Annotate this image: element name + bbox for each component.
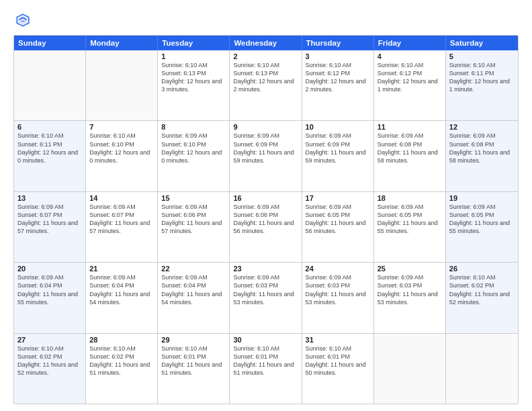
calendar-cell-18: 18Sunrise: 6:09 AM Sunset: 6:05 PM Dayli… (374, 192, 446, 262)
logo-icon (13, 11, 32, 30)
calendar-cell-19: 19Sunrise: 6:09 AM Sunset: 6:05 PM Dayli… (446, 192, 518, 262)
calendar-row-4: 27Sunrise: 6:10 AM Sunset: 6:02 PM Dayli… (14, 333, 518, 404)
header-day-friday: Friday (374, 36, 446, 50)
day-number: 19 (449, 194, 515, 202)
day-number: 21 (89, 265, 154, 273)
day-number: 28 (89, 336, 154, 344)
calendar-cell-14: 14Sunrise: 6:09 AM Sunset: 6:07 PM Dayli… (86, 192, 158, 262)
calendar-cell-23: 23Sunrise: 6:09 AM Sunset: 6:03 PM Dayli… (230, 263, 302, 332)
cell-detail: Sunrise: 6:09 AM Sunset: 6:03 PM Dayligh… (378, 273, 442, 306)
calendar-row-0: 1Sunrise: 6:10 AM Sunset: 6:13 PM Daylig… (14, 50, 518, 120)
calendar-cell-empty (14, 50, 86, 120)
cell-detail: Sunrise: 6:09 AM Sunset: 6:07 PM Dayligh… (89, 203, 154, 236)
calendar: SundayMondayTuesdayWednesdayThursdayFrid… (13, 35, 519, 404)
day-number: 30 (233, 336, 298, 344)
cell-detail: Sunrise: 6:09 AM Sunset: 6:07 PM Dayligh… (17, 203, 82, 236)
cell-detail: Sunrise: 6:09 AM Sunset: 6:05 PM Dayligh… (306, 203, 370, 236)
calendar-cell-5: 5Sunrise: 6:10 AM Sunset: 6:11 PM Daylig… (446, 50, 518, 120)
calendar-cell-15: 15Sunrise: 6:09 AM Sunset: 6:06 PM Dayli… (158, 192, 230, 262)
cell-detail: Sunrise: 6:10 AM Sunset: 6:01 PM Dayligh… (161, 345, 226, 377)
calendar-cell-27: 27Sunrise: 6:10 AM Sunset: 6:02 PM Dayli… (14, 334, 86, 404)
day-number: 9 (233, 123, 298, 131)
calendar-header: SundayMondayTuesdayWednesdayThursdayFrid… (14, 36, 518, 50)
day-number: 17 (306, 194, 370, 202)
header (13, 11, 519, 30)
day-number: 24 (306, 265, 370, 273)
logo (13, 11, 35, 30)
calendar-cell-9: 9Sunrise: 6:09 AM Sunset: 6:09 PM Daylig… (230, 121, 302, 191)
cell-detail: Sunrise: 6:10 AM Sunset: 6:02 PM Dayligh… (449, 273, 515, 306)
cell-detail: Sunrise: 6:09 AM Sunset: 6:04 PM Dayligh… (17, 273, 82, 306)
day-number: 8 (161, 123, 226, 131)
calendar-row-3: 20Sunrise: 6:09 AM Sunset: 6:04 PM Dayli… (14, 262, 518, 332)
cell-detail: Sunrise: 6:09 AM Sunset: 6:06 PM Dayligh… (161, 203, 226, 236)
cell-detail: Sunrise: 6:09 AM Sunset: 6:04 PM Dayligh… (161, 273, 226, 306)
calendar-cell-empty (446, 334, 518, 404)
calendar-cell-3: 3Sunrise: 6:10 AM Sunset: 6:12 PM Daylig… (302, 50, 374, 120)
cell-detail: Sunrise: 6:10 AM Sunset: 6:13 PM Dayligh… (233, 61, 298, 94)
cell-detail: Sunrise: 6:09 AM Sunset: 6:04 PM Dayligh… (89, 273, 154, 306)
calendar-cell-30: 30Sunrise: 6:10 AM Sunset: 6:01 PM Dayli… (230, 334, 302, 404)
header-day-thursday: Thursday (302, 36, 374, 50)
day-number: 12 (449, 123, 515, 131)
cell-detail: Sunrise: 6:10 AM Sunset: 6:10 PM Dayligh… (89, 132, 154, 165)
day-number: 14 (89, 194, 154, 202)
day-number: 3 (306, 52, 370, 60)
calendar-cell-16: 16Sunrise: 6:09 AM Sunset: 6:06 PM Dayli… (230, 192, 302, 262)
cell-detail: Sunrise: 6:09 AM Sunset: 6:08 PM Dayligh… (378, 132, 442, 165)
cell-detail: Sunrise: 6:09 AM Sunset: 6:09 PM Dayligh… (233, 132, 298, 165)
cell-detail: Sunrise: 6:10 AM Sunset: 6:11 PM Dayligh… (449, 61, 515, 94)
calendar-cell-29: 29Sunrise: 6:10 AM Sunset: 6:01 PM Dayli… (158, 334, 230, 404)
cell-detail: Sunrise: 6:10 AM Sunset: 6:01 PM Dayligh… (306, 345, 370, 377)
day-number: 11 (378, 123, 442, 131)
header-day-sunday: Sunday (14, 36, 86, 50)
calendar-cell-17: 17Sunrise: 6:09 AM Sunset: 6:05 PM Dayli… (302, 192, 374, 262)
day-number: 10 (306, 123, 370, 131)
day-number: 16 (233, 194, 298, 202)
calendar-cell-20: 20Sunrise: 6:09 AM Sunset: 6:04 PM Dayli… (14, 263, 86, 332)
calendar-cell-empty (374, 334, 446, 404)
calendar-cell-10: 10Sunrise: 6:09 AM Sunset: 6:09 PM Dayli… (302, 121, 374, 191)
cell-detail: Sunrise: 6:09 AM Sunset: 6:08 PM Dayligh… (449, 132, 515, 165)
cell-detail: Sunrise: 6:10 AM Sunset: 6:12 PM Dayligh… (378, 61, 442, 94)
header-day-tuesday: Tuesday (158, 36, 230, 50)
calendar-cell-11: 11Sunrise: 6:09 AM Sunset: 6:08 PM Dayli… (374, 121, 446, 191)
day-number: 7 (89, 123, 154, 131)
day-number: 2 (233, 52, 298, 60)
calendar-cell-2: 2Sunrise: 6:10 AM Sunset: 6:13 PM Daylig… (230, 50, 302, 120)
day-number: 22 (161, 265, 226, 273)
day-number: 29 (161, 336, 226, 344)
day-number: 1 (161, 52, 226, 60)
day-number: 5 (449, 52, 515, 60)
calendar-cell-26: 26Sunrise: 6:10 AM Sunset: 6:02 PM Dayli… (446, 263, 518, 332)
calendar-cell-12: 12Sunrise: 6:09 AM Sunset: 6:08 PM Dayli… (446, 121, 518, 191)
cell-detail: Sunrise: 6:09 AM Sunset: 6:09 PM Dayligh… (306, 132, 370, 165)
header-day-wednesday: Wednesday (230, 36, 302, 50)
cell-detail: Sunrise: 6:10 AM Sunset: 6:02 PM Dayligh… (89, 345, 154, 377)
calendar-cell-25: 25Sunrise: 6:09 AM Sunset: 6:03 PM Dayli… (374, 263, 446, 332)
calendar-cell-31: 31Sunrise: 6:10 AM Sunset: 6:01 PM Dayli… (302, 334, 374, 404)
day-number: 13 (17, 194, 82, 202)
cell-detail: Sunrise: 6:10 AM Sunset: 6:01 PM Dayligh… (233, 345, 298, 377)
header-day-saturday: Saturday (446, 36, 518, 50)
day-number: 18 (378, 194, 442, 202)
cell-detail: Sunrise: 6:10 AM Sunset: 6:11 PM Dayligh… (17, 132, 82, 165)
calendar-cell-24: 24Sunrise: 6:09 AM Sunset: 6:03 PM Dayli… (302, 263, 374, 332)
calendar-cell-21: 21Sunrise: 6:09 AM Sunset: 6:04 PM Dayli… (86, 263, 158, 332)
calendar-cell-1: 1Sunrise: 6:10 AM Sunset: 6:13 PM Daylig… (158, 50, 230, 120)
cell-detail: Sunrise: 6:09 AM Sunset: 6:05 PM Dayligh… (449, 203, 515, 236)
day-number: 27 (17, 336, 82, 344)
calendar-cell-8: 8Sunrise: 6:09 AM Sunset: 6:10 PM Daylig… (158, 121, 230, 191)
calendar-cell-7: 7Sunrise: 6:10 AM Sunset: 6:10 PM Daylig… (86, 121, 158, 191)
day-number: 4 (378, 52, 442, 60)
header-day-monday: Monday (86, 36, 158, 50)
day-number: 23 (233, 265, 298, 273)
day-number: 31 (306, 336, 370, 344)
day-number: 15 (161, 194, 226, 202)
calendar-cell-6: 6Sunrise: 6:10 AM Sunset: 6:11 PM Daylig… (14, 121, 86, 191)
cell-detail: Sunrise: 6:09 AM Sunset: 6:03 PM Dayligh… (233, 273, 298, 306)
calendar-cell-22: 22Sunrise: 6:09 AM Sunset: 6:04 PM Dayli… (158, 263, 230, 332)
cell-detail: Sunrise: 6:09 AM Sunset: 6:05 PM Dayligh… (378, 203, 442, 236)
calendar-cell-4: 4Sunrise: 6:10 AM Sunset: 6:12 PM Daylig… (374, 50, 446, 120)
cell-detail: Sunrise: 6:09 AM Sunset: 6:10 PM Dayligh… (161, 132, 226, 165)
